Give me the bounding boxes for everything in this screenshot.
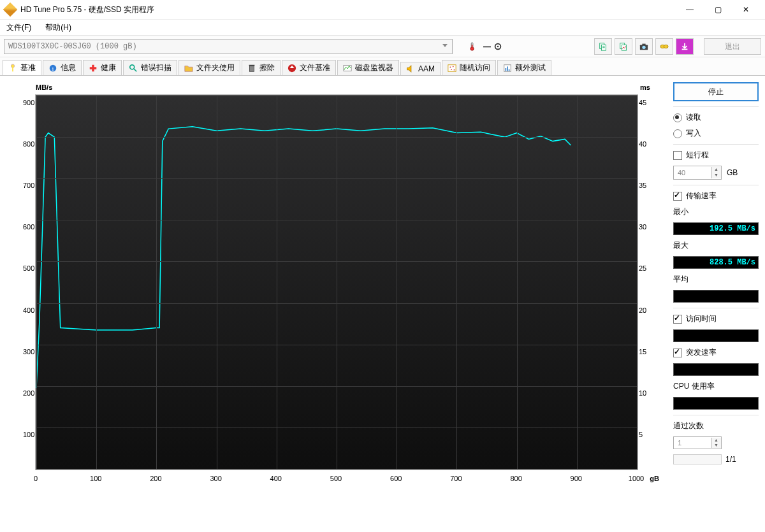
- tab-diskmon[interactable]: 磁盘监视器: [337, 60, 399, 75]
- tab-aam[interactable]: AAM: [400, 62, 441, 75]
- save-button[interactable]: [676, 38, 694, 55]
- svg-rect-29: [448, 64, 456, 71]
- svg-point-12: [642, 46, 645, 49]
- drive-select[interactable]: WDS100T3X0C-00SJG0 (1000 gB): [4, 39, 453, 54]
- app-icon: [3, 3, 18, 17]
- pass-count-label: 通过次数: [673, 421, 759, 431]
- benchmark-chart: MB/s ms gB 01002003004005006007008009001…: [6, 82, 667, 490]
- svg-rect-16: [682, 49, 688, 50]
- thermometer-icon: [464, 39, 481, 54]
- pass-progress-text: 1/1: [725, 455, 736, 464]
- copy-text-button[interactable]: [594, 38, 612, 55]
- burst-rate-value: [673, 363, 759, 376]
- temp-gear-icon[interactable]: [493, 42, 502, 52]
- burst-rate-check[interactable]: 突发速率: [673, 347, 759, 358]
- min-value: 192.5 MB/s: [673, 222, 759, 235]
- mode-write-radio[interactable]: 写入: [673, 128, 759, 139]
- svg-rect-25: [250, 66, 254, 71]
- transfer-rate-check[interactable]: 传输速率: [673, 191, 759, 201]
- close-button[interactable]: ✕: [732, 1, 760, 18]
- avg-value: [673, 290, 759, 303]
- svg-rect-37: [509, 69, 510, 71]
- copy-chart-button[interactable]: [615, 38, 632, 55]
- mode-read-radio[interactable]: 读取: [673, 112, 759, 123]
- avg-label: 平均: [673, 274, 759, 285]
- svg-point-32: [451, 68, 452, 69]
- tab-erase[interactable]: 擦除: [242, 60, 280, 75]
- temp-dash: —: [483, 42, 491, 51]
- tab-filebench[interactable]: 文件基准: [282, 60, 336, 75]
- maximize-button[interactable]: ▢: [704, 1, 732, 18]
- svg-line-24: [134, 68, 136, 71]
- tab-folder[interactable]: 文件夹使用: [178, 60, 240, 75]
- svg-point-30: [450, 66, 451, 68]
- tab-benchmark[interactable]: 基准: [3, 60, 41, 75]
- pass-progress: [673, 454, 722, 464]
- menu-file[interactable]: 文件(F): [4, 21, 34, 34]
- tab-bar: 基准 i 信息 健康 错误扫描 文件夹使用 擦除 文件基准 磁盘监视器 AAM …: [0, 57, 765, 76]
- y-left-unit: MB/s: [36, 83, 52, 91]
- svg-rect-2: [472, 45, 473, 48]
- access-time-value: [673, 329, 759, 342]
- tab-extra[interactable]: 额外测试: [497, 60, 551, 75]
- short-stroke-input[interactable]: 40 ▲▼: [673, 166, 722, 180]
- tab-random[interactable]: 随机访问: [442, 60, 496, 75]
- tab-errorscan[interactable]: 错误扫描: [123, 60, 177, 75]
- svg-point-15: [664, 45, 668, 48]
- svg-rect-13: [642, 44, 645, 46]
- window-title: HD Tune Pro 5.75 - 硬盘/SSD 实用程序: [20, 4, 676, 15]
- tab-health[interactable]: 健康: [83, 60, 122, 75]
- x-unit: gB: [650, 475, 659, 482]
- cpu-usage-value: [673, 397, 759, 410]
- max-label: 最大: [673, 240, 759, 251]
- min-label: 最小: [673, 206, 759, 217]
- menu-help[interactable]: 帮助(H): [43, 21, 74, 34]
- options-button[interactable]: [655, 38, 673, 55]
- pass-count-input[interactable]: 1 ▲▼: [673, 436, 722, 449]
- svg-rect-22: [90, 67, 97, 69]
- svg-point-31: [453, 66, 454, 67]
- svg-rect-26: [249, 64, 255, 66]
- svg-point-33: [454, 69, 455, 70]
- cpu-usage-label: CPU 使用率: [673, 381, 759, 392]
- short-stroke-check[interactable]: 短行程: [673, 150, 759, 161]
- svg-rect-36: [507, 66, 508, 71]
- svg-point-23: [130, 64, 135, 69]
- screenshot-button[interactable]: [635, 38, 653, 55]
- max-value: 828.5 MB/s: [673, 256, 759, 269]
- stop-button[interactable]: 停止: [673, 82, 759, 101]
- svg-rect-18: [12, 67, 13, 71]
- svg-rect-35: [506, 68, 507, 71]
- exit-button[interactable]: 退出: [704, 38, 761, 55]
- drive-select-value: WDS100T3X0C-00SJG0 (1000 gB): [8, 42, 137, 51]
- svg-rect-28: [344, 65, 351, 71]
- chevron-down-icon: [442, 43, 448, 49]
- access-time-check[interactable]: 访问时间: [673, 313, 759, 324]
- tab-info[interactable]: i 信息: [43, 60, 82, 75]
- y-right-unit: ms: [640, 83, 650, 91]
- minimize-button[interactable]: —: [676, 1, 704, 18]
- svg-point-4: [497, 46, 499, 48]
